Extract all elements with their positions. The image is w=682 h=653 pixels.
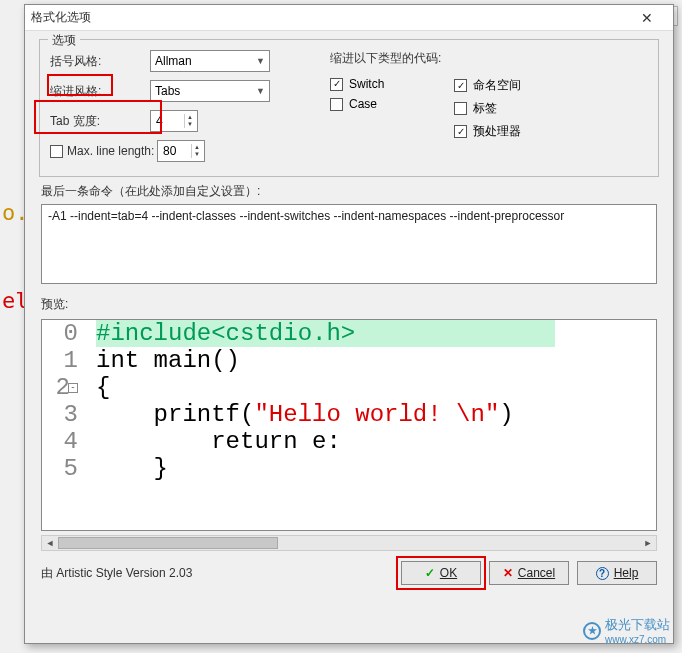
- ok-button-label: OK: [440, 566, 457, 580]
- code-line-3c: ): [499, 401, 513, 428]
- watermark-text: 极光下载站: [605, 616, 670, 634]
- switch-checkbox[interactable]: ✓: [330, 78, 343, 91]
- code-line-3a: printf(: [96, 401, 254, 428]
- max-line-length-value: 80: [163, 144, 176, 158]
- code-line-5: }: [88, 455, 168, 482]
- chevron-down-icon: ▼: [256, 56, 265, 66]
- spinner-down-icon[interactable]: ▼: [191, 151, 202, 158]
- bracket-style-value: Allman: [155, 54, 192, 68]
- options-group-label: 选项: [48, 32, 80, 49]
- code-line-2: {: [88, 374, 110, 401]
- scrollbar-thumb[interactable]: [58, 537, 278, 549]
- code-preview: 0#include<cstdio.h> 1int main() 2-{ 3 pr…: [41, 319, 657, 531]
- help-button-label: Help: [614, 566, 639, 580]
- commandline-value: -A1 --indent=tab=4 --indent-classes --in…: [48, 209, 564, 223]
- help-button[interactable]: ? Help: [577, 561, 657, 585]
- horizontal-scrollbar[interactable]: ◄ ►: [41, 535, 657, 551]
- watermark: ★ 极光下载站 www.xz7.com: [583, 616, 670, 645]
- titlebar: 格式化选项 ✕: [25, 5, 673, 31]
- close-button[interactable]: ✕: [627, 7, 667, 29]
- cancel-button[interactable]: ✕ Cancel: [489, 561, 569, 585]
- namespace-checkbox[interactable]: ✓: [454, 79, 467, 92]
- tab-width-value: 4: [156, 114, 163, 128]
- chevron-down-icon: ▼: [256, 86, 265, 96]
- preprocessor-checkbox[interactable]: ✓: [454, 125, 467, 138]
- switch-label: Switch: [349, 77, 384, 91]
- options-group: 选项 括号风格: Allman ▼ 缩进风格: Tabs ▼: [39, 39, 659, 177]
- max-line-length-spinner[interactable]: 80 ▲▼: [157, 140, 205, 162]
- code-line-0: #include<cstdio.h>: [96, 320, 555, 347]
- cancel-button-label: Cancel: [518, 566, 555, 580]
- commandline-label: 最后一条命令（在此处添加自定义设置）:: [41, 183, 657, 200]
- tab-width-label: Tab 宽度:: [50, 113, 150, 130]
- spinner-up-icon[interactable]: ▲: [191, 144, 202, 151]
- bracket-style-combo[interactable]: Allman ▼: [150, 50, 270, 72]
- preprocessor-label: 预处理器: [473, 123, 521, 140]
- code-line-3b: "Hello world! \n": [254, 401, 499, 428]
- indent-style-value: Tabs: [155, 84, 180, 98]
- code-line-1: int main(): [88, 347, 240, 374]
- spinner-down-icon[interactable]: ▼: [184, 121, 195, 128]
- label-label: 标签: [473, 100, 497, 117]
- scroll-left-icon[interactable]: ◄: [42, 536, 58, 550]
- scroll-right-icon[interactable]: ►: [640, 536, 656, 550]
- commandline-input[interactable]: -A1 --indent=tab=4 --indent-classes --in…: [41, 204, 657, 284]
- check-icon: ✓: [425, 566, 435, 580]
- version-text: 由 Artistic Style Version 2.03: [41, 565, 393, 582]
- label-checkbox[interactable]: [454, 102, 467, 115]
- preview-label: 预览:: [41, 296, 657, 313]
- tab-width-spinner[interactable]: 4 ▲▼: [150, 110, 198, 132]
- spinner-up-icon[interactable]: ▲: [184, 114, 195, 121]
- dialog-footer: 由 Artistic Style Version 2.03 ✓ OK ✕ Can…: [25, 551, 673, 595]
- question-icon: ?: [596, 567, 609, 580]
- watermark-url: www.xz7.com: [605, 634, 670, 645]
- case-checkbox[interactable]: [330, 98, 343, 111]
- maxline-checkbox[interactable]: [50, 145, 63, 158]
- case-label: Case: [349, 97, 377, 111]
- indent-types-title: 缩进以下类型的代码:: [330, 50, 648, 67]
- fold-icon[interactable]: -: [68, 383, 78, 393]
- dialog-title: 格式化选项: [31, 9, 627, 26]
- code-line-4: return e:: [88, 428, 341, 455]
- namespace-label: 命名空间: [473, 77, 521, 94]
- x-icon: ✕: [503, 566, 513, 580]
- indent-style-label: 缩进风格:: [50, 83, 150, 100]
- max-line-length-label: Max. line length:: [67, 144, 157, 158]
- ok-button[interactable]: ✓ OK: [401, 561, 481, 585]
- bracket-style-label: 括号风格:: [50, 53, 150, 70]
- watermark-logo-icon: ★: [583, 622, 601, 640]
- formatting-options-dialog: 格式化选项 ✕ 选项 括号风格: Allman ▼ 缩进风格: Tabs ▼: [24, 4, 674, 644]
- indent-style-combo[interactable]: Tabs ▼: [150, 80, 270, 102]
